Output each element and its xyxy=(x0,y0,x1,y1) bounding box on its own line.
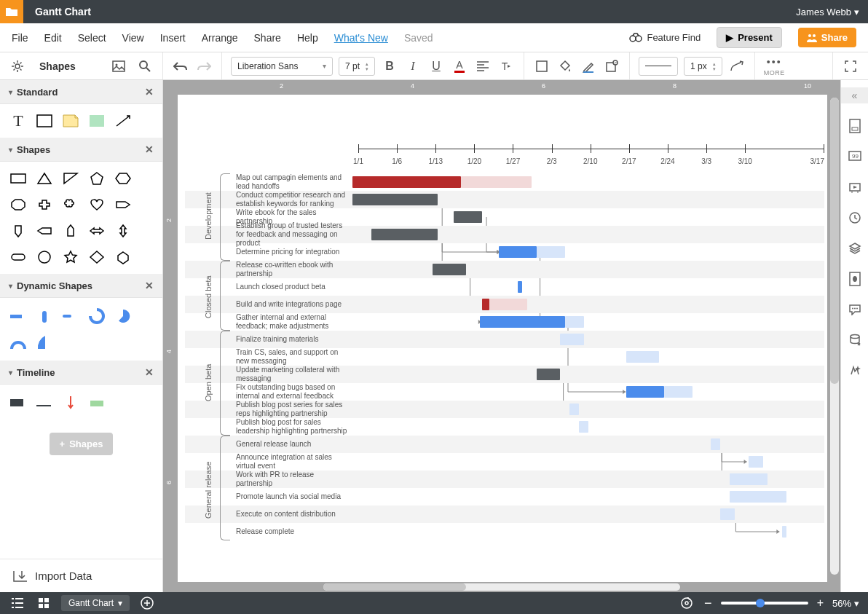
gantt-bar[interactable] xyxy=(579,421,588,433)
menu-insert[interactable]: Insert xyxy=(160,32,186,44)
import-data-button[interactable]: Import Data xyxy=(0,559,162,592)
gantt-bar[interactable] xyxy=(626,351,659,363)
flowchart-shape-12[interactable] xyxy=(61,221,80,240)
task-row[interactable]: Announce integration at sales virtual ev… xyxy=(185,453,824,471)
gantt-bar[interactable] xyxy=(352,194,438,205)
interval-shape[interactable] xyxy=(89,395,105,411)
close-icon[interactable]: ✕ xyxy=(145,86,154,98)
gantt-bar[interactable] xyxy=(461,176,532,188)
task-row[interactable]: Update marketing collateral with messagi… xyxy=(185,366,824,383)
chat-icon[interactable] xyxy=(847,302,863,318)
note-shape[interactable] xyxy=(61,111,80,130)
gantt-bar[interactable] xyxy=(482,299,489,310)
section-dynamic[interactable]: ▾ Dynamic Shapes ✕ xyxy=(0,274,162,298)
task-row[interactable]: Conduct competitior research and establi… xyxy=(185,191,824,208)
menu-file[interactable]: File xyxy=(12,32,28,44)
pie-shape[interactable] xyxy=(115,308,131,324)
section-shapes[interactable]: ▾ Shapes ✕ xyxy=(0,138,162,162)
actions-icon[interactable] xyxy=(847,363,863,379)
flowchart-shape-1[interactable] xyxy=(35,169,54,188)
folder-icon[interactable] xyxy=(0,0,23,23)
task-row[interactable]: Publish blog post for sales leadership h… xyxy=(185,418,824,436)
add-shapes-button[interactable]: + Shapes xyxy=(50,433,114,455)
task-row[interactable]: Train CS, sales, and support on new mess… xyxy=(185,348,824,366)
scrollbar-horizontal[interactable] xyxy=(323,583,680,591)
bold-button[interactable]: B xyxy=(381,58,398,75)
gantt-bar[interactable] xyxy=(489,299,527,310)
underline-button[interactable]: U xyxy=(427,58,445,75)
fill-color-button[interactable] xyxy=(556,58,574,75)
gantt-bar[interactable] xyxy=(433,264,465,275)
task-row[interactable]: Fix outstanding bugs based on internal a… xyxy=(185,383,824,401)
canvas[interactable]: 1/11/61/131/201/272/32/102/172/243/33/10… xyxy=(178,95,827,582)
close-icon[interactable]: ✕ xyxy=(145,280,154,291)
layers-icon[interactable] xyxy=(847,240,863,256)
task-row[interactable]: Build and write integrations page xyxy=(185,296,824,313)
flowchart-shape-5[interactable] xyxy=(9,195,28,214)
flowchart-shape-15[interactable] xyxy=(9,248,28,267)
task-row[interactable]: Map out campagin elements and lead hando… xyxy=(185,173,824,191)
flowchart-shape-0[interactable] xyxy=(9,169,28,188)
italic-button[interactable]: I xyxy=(404,58,422,75)
page-tab[interactable]: Gantt Chart ▾ xyxy=(61,595,130,611)
border-color-button[interactable] xyxy=(580,58,597,75)
menu-whats-new[interactable]: What's New xyxy=(334,32,388,44)
flowchart-shape-7[interactable] xyxy=(61,195,80,214)
menu-select[interactable]: Select xyxy=(78,32,106,44)
block-shape[interactable] xyxy=(35,111,54,130)
gantt-bar[interactable] xyxy=(499,246,537,258)
close-icon[interactable]: ✕ xyxy=(145,366,154,378)
gantt-bar[interactable] xyxy=(518,281,522,293)
slides-icon[interactable] xyxy=(847,179,863,195)
gantt-bar[interactable] xyxy=(730,491,786,503)
task-row[interactable]: Determine pricing for integration xyxy=(185,243,824,261)
close-icon[interactable]: ✕ xyxy=(145,143,154,155)
gantt-bar[interactable] xyxy=(730,473,768,485)
donut-shape[interactable] xyxy=(89,308,105,324)
task-row[interactable]: Work with PR to release partnership xyxy=(185,471,824,488)
zoom-in-button[interactable]: + xyxy=(817,597,824,610)
flowchart-shape-14[interactable] xyxy=(114,221,133,240)
milestone-shape[interactable] xyxy=(63,395,79,411)
flowchart-shape-2[interactable] xyxy=(61,169,80,188)
data-linking-icon[interactable] xyxy=(847,332,863,348)
line-options-button[interactable] xyxy=(728,58,746,75)
slice-shape[interactable] xyxy=(36,334,52,350)
flowchart-shape-4[interactable] xyxy=(114,169,133,188)
gantt-bar[interactable] xyxy=(480,316,565,328)
hotspot-shape[interactable] xyxy=(87,111,106,130)
menu-arrange[interactable]: Arrange xyxy=(202,32,238,44)
flowchart-shape-10[interactable] xyxy=(9,221,28,240)
shape-fill-button[interactable] xyxy=(533,58,551,75)
search-icon[interactable] xyxy=(136,58,154,75)
timeline-block-shape[interactable] xyxy=(10,395,26,411)
gantt-bar[interactable] xyxy=(782,526,786,538)
target-icon[interactable] xyxy=(678,594,695,612)
themes-icon[interactable] xyxy=(847,271,863,287)
history-icon[interactable] xyxy=(847,210,863,226)
progress-small-shape[interactable] xyxy=(63,308,79,324)
image-icon[interactable] xyxy=(110,58,127,75)
line-shape[interactable] xyxy=(114,111,133,130)
gantt-bar[interactable] xyxy=(352,176,461,188)
grid-view-icon[interactable] xyxy=(35,594,52,612)
font-size-select[interactable]: 7 pt ▴▾ xyxy=(339,57,375,76)
more-button[interactable]: ••• MORE xyxy=(764,58,785,75)
section-timeline[interactable]: ▾ Timeline ✕ xyxy=(0,361,162,385)
list-view-icon[interactable] xyxy=(9,594,26,612)
user-menu[interactable]: James Webb ▾ xyxy=(796,7,868,17)
flowchart-shape-9[interactable] xyxy=(114,195,133,214)
flowchart-shape-8[interactable] xyxy=(87,195,106,214)
task-row[interactable]: Release co-written ebook with partnershi… xyxy=(185,261,824,278)
flowchart-shape-19[interactable] xyxy=(114,248,133,267)
progress-pill-shape[interactable] xyxy=(36,308,52,324)
task-row[interactable]: Promote launch via social media xyxy=(185,488,824,505)
redo-button[interactable] xyxy=(195,58,213,75)
flowchart-shape-3[interactable] xyxy=(87,169,106,188)
zoom-out-button[interactable]: − xyxy=(704,596,712,611)
comments-icon[interactable]: 99 xyxy=(847,149,863,165)
text-options-button[interactable]: T▸ xyxy=(497,58,515,75)
task-row[interactable]: Establish group of trusted testers for f… xyxy=(185,226,824,243)
task-row[interactable]: Execute on content distribution xyxy=(185,505,824,523)
gantt-bar[interactable] xyxy=(537,369,560,380)
